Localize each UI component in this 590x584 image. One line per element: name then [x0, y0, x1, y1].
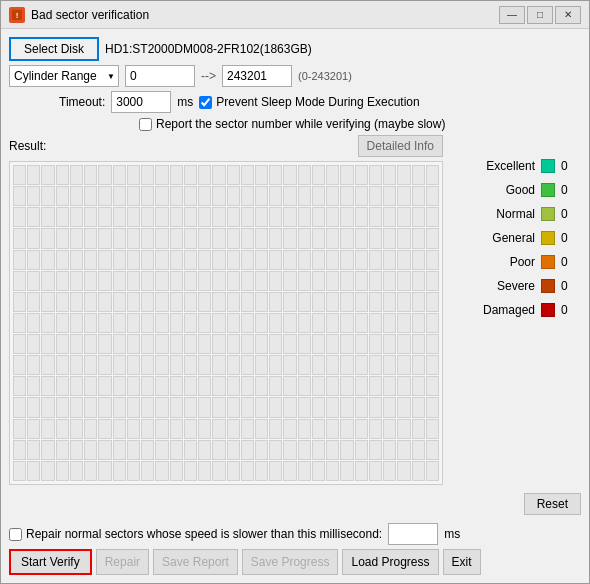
report-sector-checkbox[interactable]	[139, 118, 152, 131]
timeout-unit: ms	[177, 95, 193, 109]
grid-cell	[397, 165, 410, 185]
grid-cell	[298, 355, 311, 375]
grid-cell	[298, 461, 311, 481]
grid-cell	[383, 207, 396, 227]
range-start-input[interactable]	[125, 65, 195, 87]
save-report-button[interactable]: Save Report	[153, 549, 238, 575]
grid-cell	[283, 271, 296, 291]
grid-cell	[56, 271, 69, 291]
grid-cell	[56, 419, 69, 439]
grid-cell	[355, 228, 368, 248]
prevent-sleep-checkbox[interactable]	[199, 96, 212, 109]
grid-cell	[312, 397, 325, 417]
grid-cell	[412, 313, 425, 333]
grid-cell	[70, 271, 83, 291]
grid-cell	[340, 334, 353, 354]
grid-cell	[255, 186, 268, 206]
grid-cell	[412, 376, 425, 396]
grid-cell	[255, 376, 268, 396]
repair-checkbox-label[interactable]: Repair normal sectors whose speed is slo…	[9, 527, 382, 541]
legend-count: 0	[561, 183, 581, 197]
minimize-button[interactable]: —	[499, 6, 525, 24]
cylinder-range-dropdown[interactable]: Cylinder Range	[9, 65, 119, 87]
grid-cell	[98, 207, 111, 227]
grid-cell	[170, 186, 183, 206]
result-label: Result:	[9, 139, 46, 153]
grid-cell	[198, 355, 211, 375]
grid-cell	[198, 228, 211, 248]
repair-ms-input[interactable]	[388, 523, 438, 545]
grid-cell	[227, 186, 240, 206]
grid-cell	[383, 228, 396, 248]
grid-cell	[84, 313, 97, 333]
detailed-info-button[interactable]: Detailed Info	[358, 135, 443, 157]
legend-name: General	[451, 231, 535, 245]
grid-cell	[355, 376, 368, 396]
cylinder-range-dropdown-wrap[interactable]: Cylinder Range ▼	[9, 65, 119, 87]
grid-cell	[127, 334, 140, 354]
grid-cell	[255, 250, 268, 270]
grid-cell	[198, 419, 211, 439]
report-sector-label[interactable]: Report the sector number while verifying…	[139, 117, 445, 131]
grid-cell	[269, 397, 282, 417]
grid-cell	[227, 419, 240, 439]
grid-cell	[227, 397, 240, 417]
grid-cell	[383, 313, 396, 333]
range-end-input[interactable]	[222, 65, 292, 87]
grid-cell	[56, 440, 69, 460]
grid-cell	[41, 334, 54, 354]
start-verify-button[interactable]: Start Verify	[9, 549, 92, 575]
grid-cell	[98, 376, 111, 396]
grid-cell	[397, 440, 410, 460]
reset-button[interactable]: Reset	[524, 493, 581, 515]
timeout-input[interactable]	[111, 91, 171, 113]
select-disk-button[interactable]: Select Disk	[9, 37, 99, 61]
grid-cell	[98, 313, 111, 333]
maximize-button[interactable]: □	[527, 6, 553, 24]
grid-cell	[27, 419, 40, 439]
grid-cell	[298, 271, 311, 291]
grid-cell	[27, 440, 40, 460]
grid-cell	[312, 271, 325, 291]
grid-cell	[184, 292, 197, 312]
grid-cell	[255, 313, 268, 333]
prevent-sleep-label[interactable]: Prevent Sleep Mode During Execution	[199, 95, 419, 109]
grid-cell	[369, 334, 382, 354]
grid-cell	[184, 355, 197, 375]
save-progress-button[interactable]: Save Progress	[242, 549, 339, 575]
arrow-separator: -->	[201, 69, 216, 83]
grid-cell	[84, 355, 97, 375]
grid-cell	[170, 334, 183, 354]
grid-cell	[27, 228, 40, 248]
grid-cell	[113, 186, 126, 206]
load-progress-button[interactable]: Load Progress	[342, 549, 438, 575]
repair-button[interactable]: Repair	[96, 549, 149, 575]
grid-cell	[283, 228, 296, 248]
grid-cell	[127, 228, 140, 248]
legend-count: 0	[561, 303, 581, 317]
legend-row: Poor 0	[451, 255, 581, 269]
grid-cell	[98, 355, 111, 375]
grid-cell	[212, 207, 225, 227]
grid-cell	[369, 313, 382, 333]
grid-cell	[212, 228, 225, 248]
grid-cell	[340, 397, 353, 417]
grid-cell	[212, 440, 225, 460]
grid-cell	[56, 461, 69, 481]
close-button[interactable]: ✕	[555, 6, 581, 24]
grid-cell	[141, 355, 154, 375]
grid-cell	[397, 228, 410, 248]
exit-button[interactable]: Exit	[443, 549, 481, 575]
grid-cell	[155, 165, 168, 185]
prevent-sleep-text: Prevent Sleep Mode During Execution	[216, 95, 419, 109]
repair-checkbox[interactable]	[9, 528, 22, 541]
grid-cell	[383, 461, 396, 481]
grid-cell	[369, 292, 382, 312]
grid-cell	[269, 313, 282, 333]
grid-cell	[227, 376, 240, 396]
grid-cell	[397, 292, 410, 312]
grid-cell	[141, 419, 154, 439]
grid-cell	[27, 186, 40, 206]
grid-cell	[312, 250, 325, 270]
grid-cell	[312, 376, 325, 396]
